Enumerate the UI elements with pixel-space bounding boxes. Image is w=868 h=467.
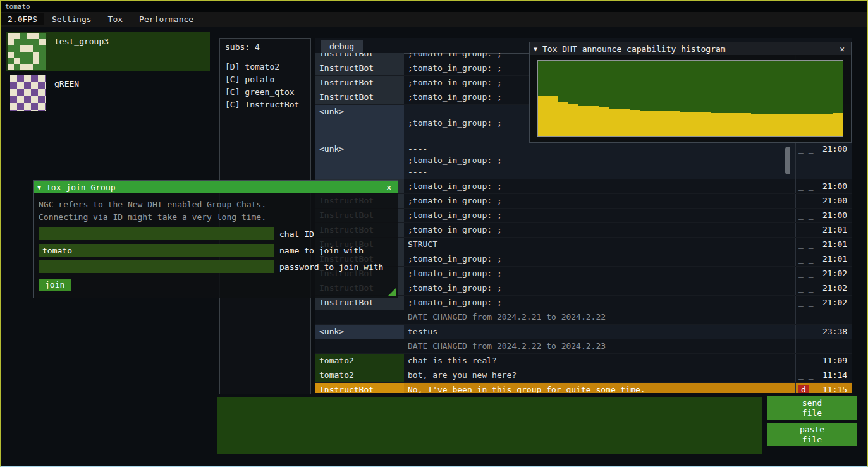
message-time: 21:00	[817, 179, 852, 193]
message-time: 21:00	[817, 194, 852, 208]
sender-name	[315, 310, 404, 324]
menu-bar: 2.0FPS Settings Tox Performance	[1, 12, 867, 27]
date-changed-text: DATE CHANGED from 2024.2.21 to 2024.2.22	[404, 310, 795, 324]
histogram-bar	[690, 112, 700, 136]
message-time: 21:01	[817, 238, 852, 252]
close-icon[interactable]: ✕	[837, 44, 847, 54]
message-status: _ _	[795, 368, 817, 382]
message-status: _ _	[795, 281, 817, 295]
histogram-bar	[751, 114, 761, 136]
histogram-bar	[650, 111, 660, 136]
message-status: _ _	[795, 252, 817, 266]
message-text: chat is this real?	[404, 354, 795, 368]
chat-message-row[interactable]: <unk>testus_ _23:38	[315, 325, 852, 339]
subs-item-tomato2[interactable]: [D] tomato2	[225, 61, 305, 73]
join-password-input[interactable]	[39, 260, 274, 273]
subs-item-instructbot[interactable]: [C] InstructBot	[225, 99, 305, 111]
send-file-button[interactable]: send file	[767, 396, 857, 420]
sender-name: InstructBot	[315, 383, 404, 393]
chat-id-input[interactable]	[39, 227, 274, 240]
histogram-bar	[812, 114, 822, 136]
message-status: _ _	[795, 267, 817, 281]
histogram-window-titlebar[interactable]: ▼ Tox DHT announce capability histogram …	[530, 42, 851, 55]
collapse-triangle-icon[interactable]: ▼	[534, 45, 537, 52]
histogram-bar	[538, 96, 548, 136]
date-changed-text: DATE CHANGED from 2024.2.22 to 2024.2.23	[404, 339, 795, 353]
histogram-bar	[568, 104, 578, 136]
histogram-bar	[721, 113, 731, 136]
tab-debug[interactable]: debug	[321, 40, 363, 53]
histogram-bar	[711, 113, 721, 136]
message-text: testus	[404, 325, 795, 339]
menu-performance[interactable]: Performance	[131, 13, 202, 25]
message-input[interactable]	[217, 397, 762, 454]
message-status: _ _	[795, 194, 817, 208]
histogram-bar	[670, 111, 680, 136]
histogram-bar	[680, 112, 690, 136]
group-avatar	[8, 33, 46, 70]
paste-file-button[interactable]: paste file	[767, 423, 857, 446]
histogram-bar	[578, 106, 589, 136]
chat-message-row[interactable]: <unk>---- ;tomato_in_group: ; ----_ _21:…	[315, 142, 852, 179]
message-status: _ _	[795, 223, 817, 237]
subs-item-green_qtox[interactable]: [C] green_qtox	[225, 86, 305, 99]
message-status	[795, 310, 817, 324]
join-name-row: name to join with	[39, 244, 393, 257]
histogram-bar	[822, 114, 833, 136]
close-icon[interactable]: ✕	[384, 183, 394, 192]
join-window-title: Tox join Group	[46, 183, 384, 192]
chat-message-row[interactable]: tomato2chat is this real?_ _11:09	[315, 354, 852, 368]
contact-item-gREEN[interactable]: gREEN	[6, 74, 210, 113]
message-text: No, I've been in this group for quite so…	[404, 383, 795, 393]
sender-name: InstructBot	[315, 53, 404, 61]
subs-item-potato[interactable]: [C] potato	[225, 73, 305, 86]
chat-id-row: chat ID	[39, 227, 393, 240]
join-button[interactable]: join	[39, 279, 71, 291]
join-name-input[interactable]	[39, 244, 274, 257]
message-text: ;tomato_in_group: ;	[404, 252, 795, 266]
contact-item-test_group3[interactable]: test_group3	[6, 32, 210, 71]
histogram-bar	[589, 106, 599, 136]
resize-grip[interactable]	[388, 288, 396, 296]
message-time: 11:15	[817, 383, 852, 393]
chat-scrollbar[interactable]	[785, 147, 790, 174]
contact-name: gREEN	[54, 79, 79, 88]
sender-name: <unk>	[315, 142, 404, 179]
histogram-bar	[660, 111, 670, 136]
join-window-body: NGC refers to the New DHT enabled Group …	[34, 193, 398, 296]
histogram-bar	[558, 102, 568, 136]
message-time: 21:02	[817, 267, 852, 281]
message-text: ;tomato_in_group: ;	[404, 281, 795, 295]
message-time: 11:14	[817, 368, 852, 382]
message-text: ;tomato_in_group: ;	[404, 179, 795, 193]
message-time: 21:00	[817, 142, 852, 179]
message-time: 23:38	[817, 325, 852, 339]
message-status: _ _	[795, 142, 817, 179]
join-window-titlebar[interactable]: ▼ Tox join Group ✕	[34, 181, 398, 193]
chat-id-label: chat ID	[279, 229, 314, 239]
sender-name: InstructBot	[315, 76, 404, 90]
histogram-bar	[630, 110, 640, 136]
menu-tox[interactable]: Tox	[100, 13, 131, 25]
message-time: 11:09	[817, 354, 852, 368]
chat-message-row[interactable]: tomato2bot, are you new here?_ _11:14	[315, 368, 852, 383]
sender-name: InstructBot	[315, 90, 404, 104]
date-separator-row: DATE CHANGED from 2024.2.21 to 2024.2.22	[315, 310, 852, 325]
histogram-bar	[782, 114, 792, 136]
menu-settings[interactable]: Settings	[44, 13, 100, 25]
chat-message-row[interactable]: InstructBotNo, I've been in this group f…	[315, 383, 852, 393]
message-text: ;tomato_in_group: ;	[404, 267, 795, 281]
histogram-window-title: Tox DHT announce capability histogram	[542, 44, 837, 54]
message-text: STRUCT	[404, 238, 795, 252]
dht-histogram-window: ▼ Tox DHT announce capability histogram …	[529, 42, 852, 143]
message-status: _ _	[795, 209, 817, 222]
window-title: tomato	[1, 1, 867, 12]
join-password-row: password to join with	[39, 260, 393, 273]
histogram-bar	[731, 113, 741, 136]
collapse-triangle-icon[interactable]: ▼	[37, 184, 41, 191]
sender-name	[315, 339, 404, 353]
message-time: 21:01	[817, 252, 852, 266]
message-time	[817, 339, 852, 353]
histogram-bar	[548, 96, 558, 136]
delivered-mark: d	[798, 385, 809, 393]
